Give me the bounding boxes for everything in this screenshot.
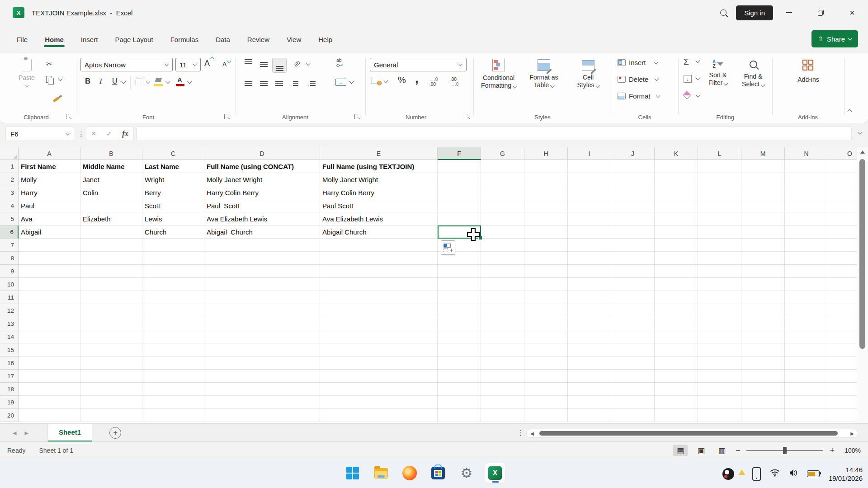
cell-H9[interactable] — [524, 265, 568, 278]
cell-H7[interactable] — [524, 239, 568, 252]
cell-K13[interactable] — [655, 317, 698, 330]
cell-I5[interactable] — [568, 212, 611, 225]
cell-I10[interactable] — [568, 278, 611, 291]
cell-G1[interactable] — [481, 160, 524, 173]
cell-H6[interactable] — [524, 225, 568, 239]
formula-input[interactable] — [137, 127, 852, 141]
cell-E17[interactable] — [320, 370, 438, 383]
cell-G18[interactable] — [481, 383, 524, 396]
cell-D3[interactable]: Harry Colin Berry — [204, 186, 320, 199]
format-painter-icon[interactable] — [53, 96, 60, 103]
cell-N8[interactable] — [785, 252, 828, 265]
cell-G9[interactable] — [481, 265, 524, 278]
merge-center-icon[interactable]: ↔ — [335, 79, 346, 86]
cell-J18[interactable] — [611, 383, 655, 396]
start-button[interactable] — [342, 463, 363, 483]
cell-M2[interactable] — [741, 173, 785, 186]
cell-E12[interactable] — [320, 304, 438, 317]
cell-F5[interactable] — [438, 212, 481, 225]
cell-C13[interactable] — [142, 317, 204, 330]
alignment-dialog-launcher-icon[interactable] — [354, 114, 359, 119]
cancel-icon[interactable]: × — [91, 129, 96, 138]
zoom-slider-thumb[interactable] — [783, 447, 787, 454]
settings-icon[interactable]: ⚙ — [456, 463, 477, 483]
cell-H8[interactable] — [524, 252, 568, 265]
cell-K11[interactable] — [655, 291, 698, 304]
vertical-scrollbar[interactable] — [857, 147, 868, 423]
cell-G15[interactable] — [481, 343, 524, 357]
cell-H14[interactable] — [524, 330, 568, 343]
row-header-19[interactable]: 19 — [0, 396, 19, 409]
cell-F4[interactable] — [438, 199, 481, 212]
cell-L16[interactable] — [698, 357, 741, 370]
cell-C10[interactable] — [142, 278, 204, 291]
row-header-7[interactable]: 7 — [0, 239, 19, 252]
cell-J6[interactable] — [611, 225, 655, 239]
cell-H3[interactable] — [524, 186, 568, 199]
cell-B19[interactable] — [80, 396, 142, 409]
cell-K18[interactable] — [655, 383, 698, 396]
underline-chevron-icon[interactable] — [122, 80, 126, 84]
cell-L15[interactable] — [698, 343, 741, 357]
cell-E9[interactable] — [320, 265, 438, 278]
cell-D4[interactable]: Paul Scott — [204, 199, 320, 212]
close-button[interactable]: × — [836, 0, 868, 25]
cell-H19[interactable] — [524, 396, 568, 409]
cell-N17[interactable] — [785, 370, 828, 383]
normal-view-button[interactable]: ▦ — [673, 445, 688, 456]
row-header-9[interactable]: 9 — [0, 265, 19, 278]
cell-A3[interactable]: Harry — [19, 186, 80, 199]
row-header-5[interactable]: 5 — [0, 212, 19, 225]
cell-M14[interactable] — [741, 330, 785, 343]
ribbon-tab-view[interactable]: View — [280, 31, 308, 48]
cell-I2[interactable] — [568, 173, 611, 186]
cell-H18[interactable] — [524, 383, 568, 396]
cell-I14[interactable] — [568, 330, 611, 343]
accounting-format-icon[interactable] — [372, 78, 380, 84]
horizontal-scrollbar[interactable]: ◀ ▶ — [526, 429, 858, 438]
cell-G16[interactable] — [481, 357, 524, 370]
cell-E14[interactable] — [320, 330, 438, 343]
scroll-up-icon[interactable] — [860, 150, 865, 154]
underline-button[interactable]: U — [112, 77, 118, 85]
cell-B18[interactable] — [80, 383, 142, 396]
cell-H17[interactable] — [524, 370, 568, 383]
cell-C12[interactable] — [142, 304, 204, 317]
cell-B16[interactable] — [80, 357, 142, 370]
cell-N1[interactable] — [785, 160, 828, 173]
row-header-12[interactable]: 12 — [0, 304, 19, 317]
comma-style-button[interactable]: , — [415, 71, 419, 86]
cell-F19[interactable] — [438, 396, 481, 409]
cell-J4[interactable] — [611, 199, 655, 212]
cell-A2[interactable]: Molly — [19, 173, 80, 186]
formula-bar-grip-icon[interactable]: ⋮ — [78, 130, 85, 138]
wifi-icon[interactable] — [770, 469, 780, 479]
align-middle-button[interactable] — [257, 58, 270, 70]
cell-M5[interactable] — [741, 212, 785, 225]
row-header-13[interactable]: 13 — [0, 317, 19, 330]
cell-G19[interactable] — [481, 396, 524, 409]
cell-N6[interactable] — [785, 225, 828, 239]
number-format-select[interactable]: General — [370, 58, 467, 71]
cell-K8[interactable] — [655, 252, 698, 265]
cell-B13[interactable] — [80, 317, 142, 330]
cell-M7[interactable] — [741, 239, 785, 252]
zoom-in-button[interactable]: + — [830, 446, 835, 455]
decrease-indent-icon[interactable]: ← — [288, 80, 298, 88]
zoom-slider[interactable] — [746, 450, 823, 451]
search-icon[interactable] — [711, 0, 736, 25]
cell-I11[interactable] — [568, 291, 611, 304]
cell-D7[interactable] — [204, 239, 320, 252]
italic-button[interactable]: I — [99, 77, 102, 86]
cell-F2[interactable] — [438, 173, 481, 186]
cell-E4[interactable]: Paul Scott — [320, 199, 438, 212]
row-header-18[interactable]: 18 — [0, 383, 19, 396]
firefox-icon[interactable] — [399, 463, 420, 483]
cell-A16[interactable] — [19, 357, 80, 370]
cell-N9[interactable] — [785, 265, 828, 278]
cell-L1[interactable] — [698, 160, 741, 173]
cell-E6[interactable]: Abigail Church — [320, 225, 438, 239]
cell-N5[interactable] — [785, 212, 828, 225]
cell-A7[interactable] — [19, 239, 80, 252]
cell-L13[interactable] — [698, 317, 741, 330]
